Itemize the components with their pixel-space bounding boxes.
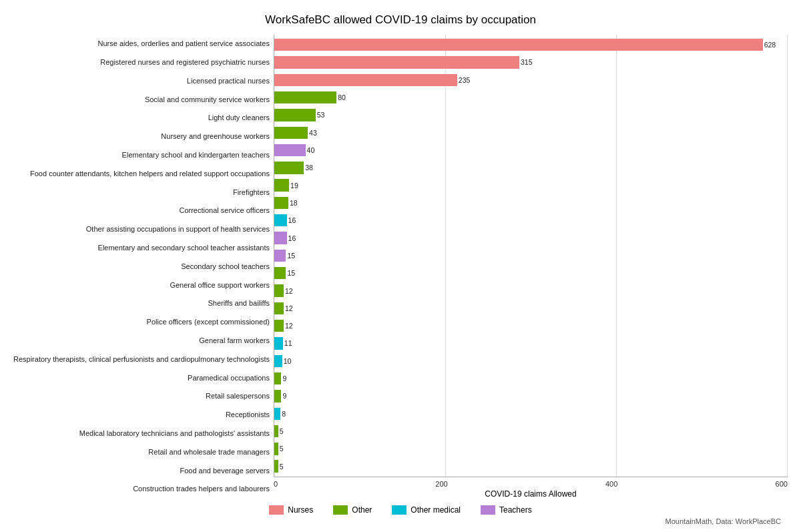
bar-value-label: 8 <box>282 410 286 418</box>
y-label: Licensed practical nurses <box>13 76 270 86</box>
chart-title: WorkSafeBC allowed COVID-19 claims by oc… <box>265 13 536 27</box>
y-label: Sheriffs and bailiffs <box>13 298 270 308</box>
bar-row: 40 <box>274 142 788 159</box>
y-label: Medical laboratory technicians and patho… <box>13 429 270 439</box>
x-axis-labels: 0200400600 <box>274 477 788 488</box>
bar: 16 <box>274 232 287 244</box>
bar-row: 43 <box>274 124 788 142</box>
plot-area: 6283152358053434038191816161515121212111… <box>274 35 788 499</box>
bar-value-label: 15 <box>287 269 295 277</box>
chart-container: WorkSafeBC allowed COVID-19 claims by oc… <box>0 0 801 532</box>
y-label: Social and community service workers <box>13 95 270 105</box>
bar-value-label: 80 <box>338 93 346 101</box>
bar-value-label: 12 <box>285 322 293 330</box>
bars-container: 6283152358053434038191816161515121212111… <box>274 35 788 477</box>
y-label: Nurse aides, orderlies and patient servi… <box>13 39 270 49</box>
y-label: Elementary and secondary school teacher … <box>13 243 270 253</box>
bar-value-label: 5 <box>280 445 284 453</box>
legend-label: Teachers <box>499 505 532 515</box>
legend-item: Other medical <box>392 505 461 515</box>
bar-value-label: 11 <box>284 339 292 347</box>
bar-row: 11 <box>274 334 788 352</box>
bar-row: 5 <box>274 458 788 475</box>
y-label: Retail and wholesale trade managers <box>13 447 270 457</box>
bar: 5 <box>274 460 278 472</box>
legend-color-box <box>269 505 284 515</box>
bar-value-label: 5 <box>280 427 284 435</box>
x-axis-tick-label: 0 <box>274 480 278 488</box>
legend-label: Other <box>352 505 372 515</box>
bar: 43 <box>274 127 308 139</box>
y-label: Elementary school and kindergarten teach… <box>13 150 270 160</box>
bar: 9 <box>274 372 281 384</box>
x-axis-tick-label: 600 <box>776 480 788 488</box>
bar-value-label: 9 <box>282 374 286 382</box>
y-label: Firefighters <box>13 188 270 198</box>
bar-row: 16 <box>274 229 788 246</box>
y-label: Food and beverage servers <box>13 466 270 476</box>
bar: 5 <box>274 443 278 455</box>
bar: 5 <box>274 425 278 437</box>
y-label: Retail salespersons <box>13 391 270 401</box>
bar-value-label: 40 <box>307 146 315 154</box>
bar: 8 <box>274 408 280 420</box>
bar-row: 12 <box>274 317 788 334</box>
bar-row: 315 <box>274 53 788 71</box>
bar-row: 38 <box>274 159 788 176</box>
bar: 12 <box>274 284 284 296</box>
y-label: Construction trades helpers and labourer… <box>13 484 270 494</box>
bar: 18 <box>274 197 288 209</box>
x-axis-tick-label: 400 <box>605 480 617 488</box>
bar-row: 16 <box>274 212 788 229</box>
y-label: Nursery and greenhouse workers <box>13 131 270 142</box>
bar-row: 15 <box>274 264 788 282</box>
chart-area: Nurse aides, orderlies and patient servi… <box>13 35 788 499</box>
y-label: Respiratory therapists, clinical perfusi… <box>13 354 270 364</box>
bar-value-label: 12 <box>285 287 293 295</box>
bar-row: 5 <box>274 423 788 440</box>
y-label: Paramedical occupations <box>13 373 270 383</box>
bar-value-label: 9 <box>282 392 286 400</box>
bar: 80 <box>274 91 336 103</box>
bar-row: 5 <box>274 440 788 457</box>
bar-row: 628 <box>274 36 788 53</box>
bar-row: 12 <box>274 300 788 317</box>
y-label: Other assisting occupations in support o… <box>13 224 270 234</box>
legend: NursesOtherOther medicalTeachers <box>269 505 531 515</box>
bar-value-label: 15 <box>287 252 295 260</box>
y-label: Police officers (except commissioned) <box>13 317 270 327</box>
legend-item: Teachers <box>481 505 532 515</box>
y-label: General farm workers <box>13 336 270 346</box>
bar: 15 <box>274 250 286 262</box>
y-label: Receptionists <box>13 410 270 420</box>
bar: 53 <box>274 109 316 121</box>
bar-row: 80 <box>274 89 788 106</box>
x-axis-tick-label: 200 <box>435 480 447 488</box>
y-label: Registered nurses and registered psychia… <box>13 57 270 67</box>
bar-value-label: 10 <box>284 357 292 365</box>
bar: 10 <box>274 355 282 367</box>
bar: 315 <box>274 56 519 68</box>
bar: 15 <box>274 267 286 279</box>
bars-and-grid: 6283152358053434038191816161515121212111… <box>274 35 788 477</box>
bar: 16 <box>274 214 287 226</box>
bar-value-label: 18 <box>290 199 298 207</box>
bar-value-label: 5 <box>280 463 284 471</box>
legend-item: Nurses <box>269 505 313 515</box>
bar-value-label: 16 <box>288 234 296 242</box>
bar: 19 <box>274 179 289 191</box>
bar: 38 <box>274 162 304 174</box>
bar: 628 <box>274 39 763 51</box>
bar-row: 9 <box>274 370 788 387</box>
legend-color-box <box>392 505 407 515</box>
bar-value-label: 16 <box>288 216 296 224</box>
y-label: Secondary school teachers <box>13 262 270 272</box>
attribution: MountainMath, Data: WorkPlaceBC <box>665 517 781 525</box>
bar-row: 235 <box>274 71 788 89</box>
bar-row: 8 <box>274 405 788 423</box>
bar-row: 15 <box>274 247 788 264</box>
bar-row: 19 <box>274 177 788 194</box>
y-label: General office support workers <box>13 280 270 290</box>
bar: 235 <box>274 74 457 86</box>
y-label: Food counter attendants, kitchen helpers… <box>13 169 270 179</box>
